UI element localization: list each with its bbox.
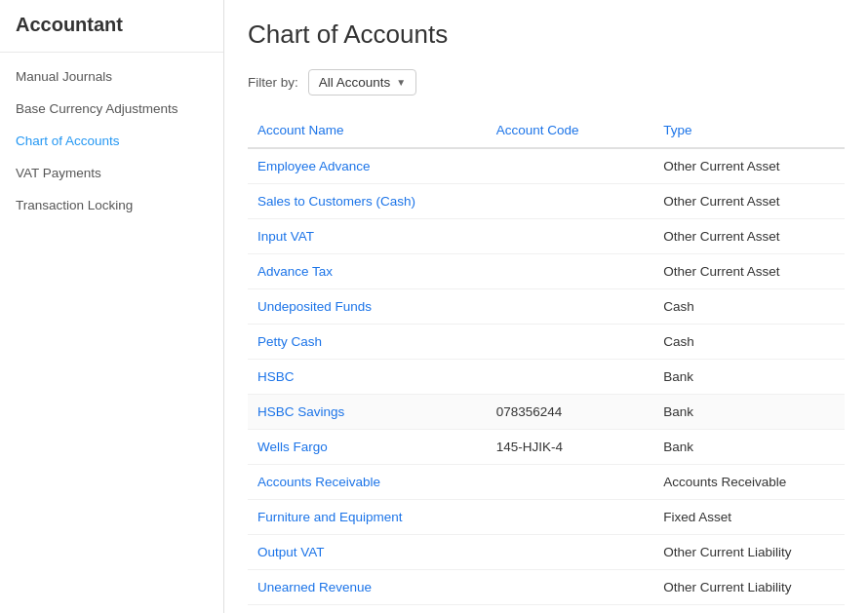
account-name-link[interactable]: HSBC Savings (257, 404, 344, 419)
filter-bar: Filter by: All Accounts ▼ (248, 69, 845, 96)
account-name-link[interactable]: Unearned Revenue (257, 580, 372, 594)
account-type: Cash (653, 325, 845, 360)
table-row: Wells Fargo145-HJIK-4Bank (248, 430, 845, 465)
account-type: Bank (653, 430, 845, 465)
account-type: Accounts Receivable (653, 465, 845, 500)
table-row: Furniture and EquipmentFixed Asset (248, 500, 845, 535)
main-content: Chart of Accounts Filter by: All Account… (224, 0, 868, 613)
account-code: 078356244 (487, 395, 653, 430)
account-code (487, 360, 653, 395)
table-row: Output VATOther Current Liability (248, 535, 845, 570)
account-type: Other Current Asset (653, 219, 845, 254)
table-row: HSBC Savings078356244Bank (248, 395, 845, 430)
col-header-name: Account Name (248, 115, 487, 148)
filter-dropdown[interactable]: All Accounts ▼ (308, 69, 416, 96)
col-header-code: Account Code (487, 115, 653, 148)
account-type: Other Current Asset (653, 254, 845, 289)
sidebar-title: Accountant (0, 0, 223, 53)
account-code (487, 535, 653, 570)
table-header-row: Account Name Account Code Type (248, 115, 845, 148)
account-code (487, 254, 653, 289)
sidebar-item-transaction-locking[interactable]: Transaction Locking (0, 189, 223, 221)
sidebar: Accountant Manual JournalsBase Currency … (0, 0, 224, 613)
sidebar-item-chart-of-accounts[interactable]: Chart of Accounts (0, 125, 223, 157)
account-name-link[interactable]: Output VAT (257, 545, 325, 559)
account-name-link[interactable]: Furniture and Equipment (257, 510, 403, 524)
sidebar-nav: Manual JournalsBase Currency Adjustments… (0, 53, 223, 221)
account-type: Other Current Asset (653, 184, 845, 219)
account-code (487, 570, 653, 605)
accounts-table: Account Name Account Code Type Employee … (248, 115, 845, 605)
account-type: Bank (653, 395, 845, 430)
account-type: Other Current Asset (653, 148, 845, 184)
table-row: Unearned RevenueOther Current Liability (248, 570, 845, 605)
sidebar-item-vat-payments[interactable]: VAT Payments (0, 157, 223, 189)
account-code (487, 500, 653, 535)
col-header-type: Type (653, 115, 845, 148)
account-code (487, 465, 653, 500)
sidebar-item-manual-journals[interactable]: Manual Journals (0, 60, 223, 93)
account-name-link[interactable]: Undeposited Funds (257, 299, 372, 314)
account-code: 145-HJIK-4 (487, 430, 653, 465)
table-row: Undeposited FundsCash (248, 289, 845, 325)
account-name-link[interactable]: Wells Fargo (257, 440, 328, 454)
account-name-link[interactable]: Sales to Customers (Cash) (257, 194, 415, 209)
account-code (487, 289, 653, 325)
account-type: Cash (653, 289, 845, 325)
table-row: HSBCBank (248, 360, 845, 395)
table-row: Sales to Customers (Cash)Other Current A… (248, 184, 845, 219)
account-code (487, 184, 653, 219)
filter-label: Filter by: (248, 75, 298, 90)
account-name-link[interactable]: Accounts Receivable (257, 475, 380, 489)
account-name-link[interactable]: Petty Cash (257, 334, 322, 349)
account-type: Other Current Liability (653, 535, 845, 570)
account-code (487, 219, 653, 254)
table-row: Input VATOther Current Asset (248, 219, 845, 254)
page-title: Chart of Accounts (248, 19, 845, 50)
account-type: Fixed Asset (653, 500, 845, 535)
table-row: Employee AdvanceOther Current Asset (248, 148, 845, 184)
table-row: Petty CashCash (248, 325, 845, 360)
sidebar-item-base-currency-adjustments[interactable]: Base Currency Adjustments (0, 93, 223, 125)
chevron-down-icon: ▼ (396, 77, 406, 88)
account-type: Other Current Liability (653, 570, 845, 605)
table-row: Accounts ReceivableAccounts Receivable (248, 465, 845, 500)
table-row: Advance TaxOther Current Asset (248, 254, 845, 289)
account-name-link[interactable]: Employee Advance (257, 159, 371, 173)
account-code (487, 325, 653, 360)
account-code (487, 148, 653, 184)
account-name-link[interactable]: HSBC (257, 369, 295, 384)
account-name-link[interactable]: Advance Tax (257, 264, 333, 279)
account-type: Bank (653, 360, 845, 395)
filter-dropdown-value: All Accounts (319, 75, 391, 90)
account-name-link[interactable]: Input VAT (257, 229, 314, 244)
